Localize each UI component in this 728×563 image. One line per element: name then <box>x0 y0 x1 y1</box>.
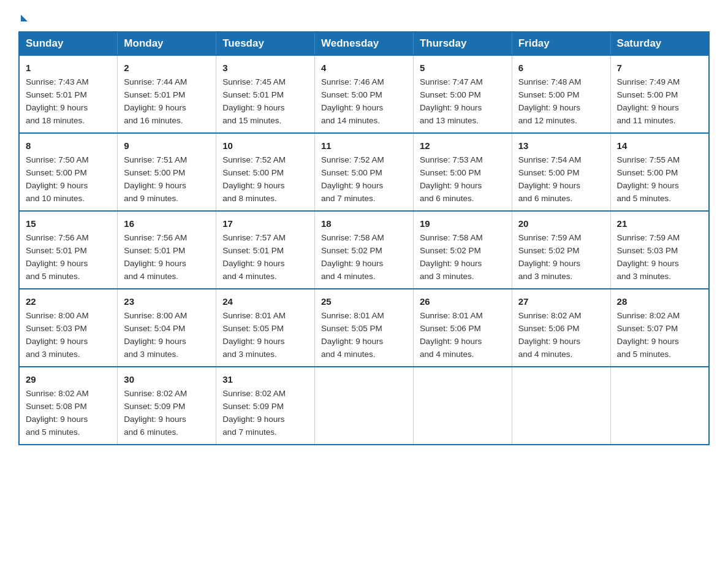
day-info: Sunrise: 8:01 AMSunset: 5:05 PMDaylight:… <box>222 311 286 359</box>
header-tuesday: Tuesday <box>216 32 315 55</box>
calendar-cell: 26Sunrise: 8:01 AMSunset: 5:06 PMDayligh… <box>413 289 512 367</box>
day-number: 5 <box>420 61 506 75</box>
day-info: Sunrise: 7:44 AMSunset: 5:01 PMDaylight:… <box>124 77 187 125</box>
day-info: Sunrise: 7:55 AMSunset: 5:00 PMDaylight:… <box>617 155 680 203</box>
day-number: 8 <box>26 139 111 153</box>
day-info: Sunrise: 7:46 AMSunset: 5:00 PMDaylight:… <box>321 77 384 125</box>
header-wednesday: Wednesday <box>315 32 414 55</box>
day-number: 1 <box>26 61 111 75</box>
calendar-cell: 3Sunrise: 7:45 AMSunset: 5:01 PMDaylight… <box>216 55 315 133</box>
day-info: Sunrise: 7:48 AMSunset: 5:00 PMDaylight:… <box>518 77 582 125</box>
day-info: Sunrise: 7:43 AMSunset: 5:01 PMDaylight:… <box>26 77 89 125</box>
day-number: 28 <box>617 294 702 308</box>
day-info: Sunrise: 7:52 AMSunset: 5:00 PMDaylight:… <box>222 155 286 203</box>
calendar-cell <box>610 367 709 445</box>
day-number: 27 <box>518 294 604 308</box>
day-number: 2 <box>124 61 210 75</box>
day-number: 31 <box>222 372 308 386</box>
calendar-cell: 11Sunrise: 7:52 AMSunset: 5:00 PMDayligh… <box>315 133 414 211</box>
calendar-cell: 7Sunrise: 7:49 AMSunset: 5:00 PMDaylight… <box>610 55 709 133</box>
calendar-cell: 2Sunrise: 7:44 AMSunset: 5:01 PMDaylight… <box>118 55 216 133</box>
day-number: 20 <box>518 216 604 231</box>
day-number: 18 <box>321 216 407 231</box>
day-info: Sunrise: 7:57 AMSunset: 5:01 PMDaylight:… <box>222 233 286 281</box>
header-row: SundayMondayTuesdayWednesdayThursdayFrid… <box>19 32 709 55</box>
day-info: Sunrise: 8:01 AMSunset: 5:05 PMDaylight:… <box>321 311 384 359</box>
day-info: Sunrise: 7:56 AMSunset: 5:01 PMDaylight:… <box>26 233 89 281</box>
day-info: Sunrise: 7:49 AMSunset: 5:00 PMDaylight:… <box>617 77 680 125</box>
calendar-cell: 21Sunrise: 7:59 AMSunset: 5:03 PMDayligh… <box>610 211 709 289</box>
day-info: Sunrise: 7:59 AMSunset: 5:02 PMDaylight:… <box>518 233 582 281</box>
calendar-cell: 30Sunrise: 8:02 AMSunset: 5:09 PMDayligh… <box>118 367 216 445</box>
day-number: 30 <box>124 372 210 386</box>
header-saturday: Saturday <box>610 32 709 55</box>
calendar-cell: 27Sunrise: 8:02 AMSunset: 5:06 PMDayligh… <box>512 289 610 367</box>
calendar-cell: 8Sunrise: 7:50 AMSunset: 5:00 PMDaylight… <box>19 133 118 211</box>
header-sunday: Sunday <box>19 32 118 55</box>
calendar-table: SundayMondayTuesdayWednesdayThursdayFrid… <box>18 31 710 445</box>
calendar-cell: 29Sunrise: 8:02 AMSunset: 5:08 PMDayligh… <box>19 367 118 445</box>
calendar-cell: 23Sunrise: 8:00 AMSunset: 5:04 PMDayligh… <box>118 289 216 367</box>
day-number: 14 <box>617 139 702 153</box>
calendar-cell: 6Sunrise: 7:48 AMSunset: 5:00 PMDaylight… <box>512 55 610 133</box>
calendar-cell: 18Sunrise: 7:58 AMSunset: 5:02 PMDayligh… <box>315 211 414 289</box>
day-number: 6 <box>518 61 604 75</box>
day-info: Sunrise: 7:47 AMSunset: 5:00 PMDaylight:… <box>420 77 483 125</box>
day-info: Sunrise: 8:02 AMSunset: 5:08 PMDaylight:… <box>26 389 89 437</box>
day-number: 4 <box>321 61 407 75</box>
calendar-cell: 10Sunrise: 7:52 AMSunset: 5:00 PMDayligh… <box>216 133 315 211</box>
calendar-cell: 31Sunrise: 8:02 AMSunset: 5:09 PMDayligh… <box>216 367 315 445</box>
week-row-4: 22Sunrise: 8:00 AMSunset: 5:03 PMDayligh… <box>19 289 709 367</box>
calendar-body: 1Sunrise: 7:43 AMSunset: 5:01 PMDaylight… <box>19 55 709 445</box>
calendar-cell: 22Sunrise: 8:00 AMSunset: 5:03 PMDayligh… <box>19 289 118 367</box>
day-info: Sunrise: 8:02 AMSunset: 5:06 PMDaylight:… <box>518 311 582 359</box>
calendar-cell: 25Sunrise: 8:01 AMSunset: 5:05 PMDayligh… <box>315 289 414 367</box>
logo-text <box>18 16 28 23</box>
calendar-cell <box>315 367 414 445</box>
day-info: Sunrise: 8:02 AMSunset: 5:07 PMDaylight:… <box>617 311 680 359</box>
day-number: 22 <box>26 294 111 308</box>
calendar-cell: 5Sunrise: 7:47 AMSunset: 5:00 PMDaylight… <box>413 55 512 133</box>
day-info: Sunrise: 7:53 AMSunset: 5:00 PMDaylight:… <box>420 155 483 203</box>
day-info: Sunrise: 7:56 AMSunset: 5:01 PMDaylight:… <box>124 233 187 281</box>
day-info: Sunrise: 8:00 AMSunset: 5:04 PMDaylight:… <box>124 311 187 359</box>
day-info: Sunrise: 8:02 AMSunset: 5:09 PMDaylight:… <box>124 389 187 437</box>
week-row-5: 29Sunrise: 8:02 AMSunset: 5:08 PMDayligh… <box>19 367 709 445</box>
calendar-cell: 24Sunrise: 8:01 AMSunset: 5:05 PMDayligh… <box>216 289 315 367</box>
day-number: 13 <box>518 139 604 153</box>
day-number: 23 <box>124 294 210 308</box>
week-row-2: 8Sunrise: 7:50 AMSunset: 5:00 PMDaylight… <box>19 133 709 211</box>
calendar-cell: 28Sunrise: 8:02 AMSunset: 5:07 PMDayligh… <box>610 289 709 367</box>
calendar-cell: 9Sunrise: 7:51 AMSunset: 5:00 PMDaylight… <box>118 133 216 211</box>
calendar-cell: 12Sunrise: 7:53 AMSunset: 5:00 PMDayligh… <box>413 133 512 211</box>
day-number: 9 <box>124 139 210 153</box>
day-info: Sunrise: 7:51 AMSunset: 5:00 PMDaylight:… <box>124 155 187 203</box>
day-info: Sunrise: 7:58 AMSunset: 5:02 PMDaylight:… <box>321 233 384 281</box>
calendar-cell: 19Sunrise: 7:58 AMSunset: 5:02 PMDayligh… <box>413 211 512 289</box>
calendar-cell: 20Sunrise: 7:59 AMSunset: 5:02 PMDayligh… <box>512 211 610 289</box>
calendar-cell: 1Sunrise: 7:43 AMSunset: 5:01 PMDaylight… <box>19 55 118 133</box>
calendar-cell: 4Sunrise: 7:46 AMSunset: 5:00 PMDaylight… <box>315 55 414 133</box>
header-friday: Friday <box>512 32 610 55</box>
calendar-cell <box>413 367 512 445</box>
day-info: Sunrise: 7:54 AMSunset: 5:00 PMDaylight:… <box>518 155 582 203</box>
day-info: Sunrise: 8:00 AMSunset: 5:03 PMDaylight:… <box>26 311 89 359</box>
calendar-cell: 16Sunrise: 7:56 AMSunset: 5:01 PMDayligh… <box>118 211 216 289</box>
calendar-cell: 15Sunrise: 7:56 AMSunset: 5:01 PMDayligh… <box>19 211 118 289</box>
day-number: 29 <box>26 372 111 386</box>
day-info: Sunrise: 8:01 AMSunset: 5:06 PMDaylight:… <box>420 311 483 359</box>
day-number: 10 <box>222 139 308 153</box>
logo-arrow-icon <box>21 15 28 21</box>
calendar-header: SundayMondayTuesdayWednesdayThursdayFrid… <box>19 32 709 55</box>
day-number: 24 <box>222 294 308 308</box>
logo <box>18 12 28 20</box>
day-number: 15 <box>26 216 111 231</box>
calendar-cell: 13Sunrise: 7:54 AMSunset: 5:00 PMDayligh… <box>512 133 610 211</box>
day-number: 17 <box>222 216 308 231</box>
day-info: Sunrise: 7:52 AMSunset: 5:00 PMDaylight:… <box>321 155 384 203</box>
calendar-cell: 17Sunrise: 7:57 AMSunset: 5:01 PMDayligh… <box>216 211 315 289</box>
page-header <box>18 12 710 20</box>
day-info: Sunrise: 7:59 AMSunset: 5:03 PMDaylight:… <box>617 233 680 281</box>
week-row-3: 15Sunrise: 7:56 AMSunset: 5:01 PMDayligh… <box>19 211 709 289</box>
week-row-1: 1Sunrise: 7:43 AMSunset: 5:01 PMDaylight… <box>19 55 709 133</box>
